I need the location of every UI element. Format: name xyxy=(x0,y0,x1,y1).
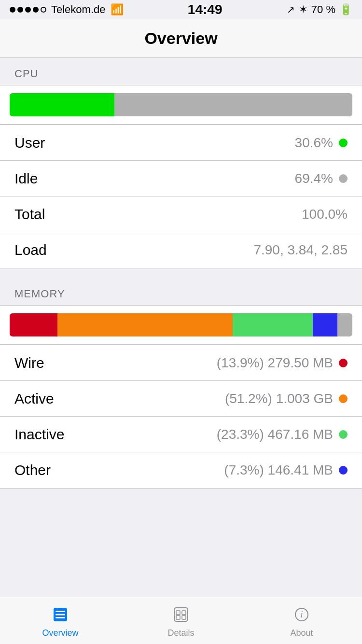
memory-inactive-value: (23.3%) 467.16 MB xyxy=(217,427,348,442)
memory-other-value: (7.3%) 146.41 MB xyxy=(224,462,348,478)
signal-dots xyxy=(10,7,46,13)
memory-other-dot xyxy=(339,466,348,475)
signal-dot-5 xyxy=(41,7,46,13)
memory-other-row: Other (7.3%) 146.41 MB xyxy=(0,452,362,488)
cpu-total-label: Total xyxy=(14,206,45,223)
cpu-stats-list: User 30.6% Idle 69.4% Total 100.0% Load xyxy=(0,125,362,268)
page-title: Overview xyxy=(144,29,217,48)
cpu-idle-label: Idle xyxy=(14,170,38,187)
mem-seg-orange xyxy=(57,313,233,336)
about-icon: i xyxy=(294,607,309,626)
signal-dot-1 xyxy=(10,7,15,13)
signal-dot-4 xyxy=(33,7,39,13)
tab-bar: Overview Details i About xyxy=(0,597,362,644)
carrier-label: Telekom.de xyxy=(51,3,106,16)
memory-wire-dot xyxy=(339,359,348,367)
memory-section-header: MEMORY xyxy=(0,278,362,305)
cpu-total-row: Total 100.0% xyxy=(0,196,362,232)
memory-bar-container xyxy=(0,305,362,345)
tab-details[interactable]: Details xyxy=(121,603,241,638)
svg-rect-1 xyxy=(56,611,65,612)
memory-wire-row: Wire (13.9%) 279.50 MB xyxy=(0,345,362,381)
memory-inactive-dot xyxy=(339,430,348,439)
cpu-progress-bar xyxy=(10,93,352,116)
status-left: Telekom.de 📶 xyxy=(10,3,124,16)
status-right: ↗ ✶ 70 % 🔋 xyxy=(287,3,352,16)
svg-rect-5 xyxy=(176,611,180,615)
memory-wire-value: (13.9%) 279.50 MB xyxy=(217,355,348,371)
svg-rect-3 xyxy=(56,617,65,618)
svg-rect-2 xyxy=(56,614,65,616)
memory-inactive-row: Inactive (23.3%) 467.16 MB xyxy=(0,417,362,452)
memory-wire-label: Wire xyxy=(14,355,44,371)
status-bar: Telekom.de 📶 14:49 ↗ ✶ 70 % 🔋 xyxy=(0,0,362,19)
cpu-load-label: Load xyxy=(14,242,47,258)
cpu-load-value: 7.90, 3.84, 2.85 xyxy=(253,242,348,258)
cpu-section-header: CPU xyxy=(0,58,362,85)
tab-details-label: Details xyxy=(167,628,194,638)
tab-about-label: About xyxy=(290,628,313,638)
wifi-icon: 📶 xyxy=(111,3,124,16)
battery-icon: 🔋 xyxy=(339,3,352,16)
cpu-user-value: 30.6% xyxy=(295,135,348,151)
mem-seg-red xyxy=(10,313,57,336)
cpu-memory-separator xyxy=(0,268,362,278)
memory-active-row: Active (51.2%) 1.003 GB xyxy=(0,381,362,417)
memory-active-dot xyxy=(339,394,348,403)
cpu-load-row: Load 7.90, 3.84, 2.85 xyxy=(0,232,362,268)
signal-dot-3 xyxy=(25,7,31,13)
mem-seg-green xyxy=(233,313,312,336)
tab-overview[interactable]: Overview xyxy=(0,603,121,638)
svg-rect-8 xyxy=(182,616,186,619)
memory-stats-list: Wire (13.9%) 279.50 MB Active (51.2%) 1.… xyxy=(0,345,362,489)
bluetooth-icon: ✶ xyxy=(299,3,307,16)
status-time: 14:49 xyxy=(188,2,223,17)
cpu-user-label: User xyxy=(14,135,45,151)
svg-rect-7 xyxy=(176,616,180,619)
tab-about[interactable]: i About xyxy=(241,603,362,638)
cpu-bar-fill xyxy=(10,93,114,116)
svg-text:i: i xyxy=(300,610,303,619)
overview-icon xyxy=(53,607,68,626)
mem-seg-blue xyxy=(313,313,338,336)
memory-active-value: (51.2%) 1.003 GB xyxy=(225,391,348,406)
cpu-idle-value: 69.4% xyxy=(295,171,348,186)
cpu-user-dot xyxy=(339,139,348,147)
memory-other-label: Other xyxy=(14,462,51,478)
cpu-bar-container xyxy=(0,85,362,125)
nav-bar: Overview xyxy=(0,19,362,58)
details-icon xyxy=(173,607,189,626)
content-area: CPU User 30.6% Idle 69.4% Total 10 xyxy=(0,58,362,597)
svg-rect-6 xyxy=(182,611,186,615)
cpu-idle-row: Idle 69.4% xyxy=(0,161,362,196)
memory-active-label: Active xyxy=(14,391,54,407)
location-icon: ↗ xyxy=(287,4,295,15)
tab-overview-label: Overview xyxy=(42,628,78,638)
signal-dot-2 xyxy=(17,7,23,13)
cpu-idle-dot xyxy=(339,174,348,183)
battery-label: 70 % xyxy=(311,3,335,16)
cpu-total-value: 100.0% xyxy=(302,207,348,222)
memory-inactive-label: Inactive xyxy=(14,426,64,443)
mem-seg-gray xyxy=(337,313,352,336)
memory-progress-bar xyxy=(10,313,352,336)
cpu-user-row: User 30.6% xyxy=(0,125,362,161)
